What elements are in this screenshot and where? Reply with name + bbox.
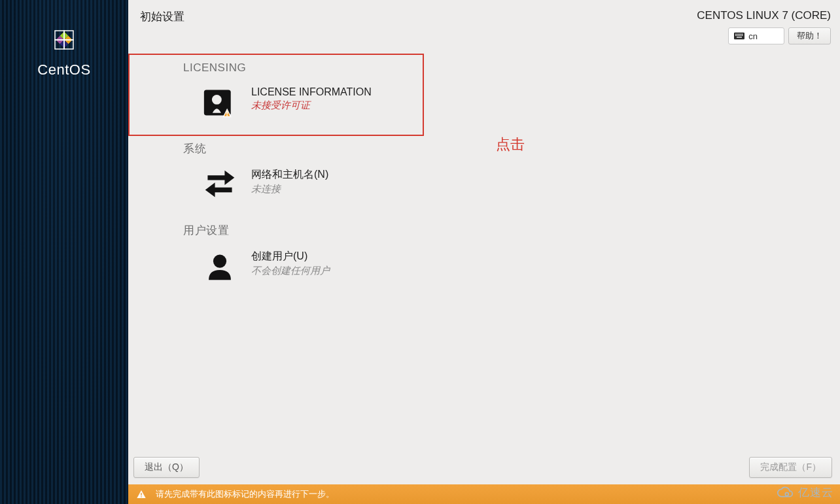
watermark: 亿速云 <box>776 485 833 500</box>
svg-rect-19 <box>741 35 741 36</box>
quit-button[interactable]: 退出（Q） <box>133 457 200 478</box>
svg-rect-17 <box>738 35 739 36</box>
spoke-network-status: 未连接 <box>251 183 328 195</box>
svg-rect-14 <box>742 34 743 35</box>
license-icon <box>200 86 239 120</box>
svg-rect-12 <box>739 34 740 35</box>
warning-icon <box>136 489 147 499</box>
warning-message: 请先完成带有此图标标记的内容再进行下一步。 <box>156 488 334 500</box>
distro-label: CENTOS LINUX 7 (CORE) <box>697 9 831 22</box>
spoke-network[interactable]: 网络和主机名(N) 未连接 <box>183 163 801 207</box>
keyboard-layout-indicator[interactable]: cn <box>728 27 784 44</box>
quit-button-label: 退出（Q） <box>145 462 188 472</box>
spoke-network-label: 网络和主机名(N) <box>251 168 328 182</box>
content-area: 点击 LICENSING <box>128 44 840 457</box>
spoke-license-status: 未接受许可证 <box>251 99 372 112</box>
section-title-licensing: LICENSING <box>183 61 801 75</box>
centos-logo-icon <box>48 24 80 56</box>
svg-rect-11 <box>738 34 739 35</box>
svg-rect-18 <box>739 35 740 36</box>
svg-rect-15 <box>735 35 736 36</box>
network-icon <box>200 168 239 202</box>
svg-rect-10 <box>737 34 737 35</box>
spoke-user-status: 不会创建任何用户 <box>251 265 330 277</box>
main-panel: 初始设置 CENTOS LINUX 7 (CORE) <box>128 0 840 504</box>
watermark-text: 亿速云 <box>798 485 833 500</box>
svg-rect-25 <box>226 115 228 116</box>
svg-rect-24 <box>226 111 228 114</box>
annotation-click-hint: 点击 <box>496 135 525 154</box>
svg-point-26 <box>213 254 226 267</box>
page-title: 初始设置 <box>140 9 184 24</box>
keyboard-layout-text: cn <box>748 31 758 41</box>
topbar: 初始设置 CENTOS LINUX 7 (CORE) <box>128 0 840 44</box>
svg-rect-9 <box>735 34 736 35</box>
svg-rect-28 <box>141 496 141 497</box>
finish-button-label: 完成配置（F） <box>760 462 821 472</box>
spoke-user[interactable]: 创建用户(U) 不会创建任何用户 <box>183 244 801 289</box>
help-button-label: 帮助！ <box>797 30 822 42</box>
section-title-system: 系统 <box>183 141 801 156</box>
sidebar: CentOS <box>0 0 128 504</box>
svg-rect-13 <box>741 34 741 35</box>
spoke-license[interactable]: LICENSE INFORMATION 未接受许可证 <box>183 81 801 126</box>
svg-point-23 <box>212 95 222 105</box>
warning-bar: 请先完成带有此图标标记的内容再进行下一步。 <box>128 484 840 504</box>
brand-text: CentOS <box>37 61 90 78</box>
svg-rect-20 <box>742 35 743 36</box>
cloud-icon <box>776 486 794 499</box>
svg-rect-16 <box>737 35 737 36</box>
svg-rect-21 <box>737 37 742 37</box>
spoke-license-label: LICENSE INFORMATION <box>251 86 372 98</box>
keyboard-icon <box>734 32 744 40</box>
svg-rect-27 <box>141 493 141 496</box>
footer-buttons: 退出（Q） 完成配置（F） <box>128 457 840 484</box>
spoke-user-label: 创建用户(U) <box>251 250 330 263</box>
user-icon <box>200 250 239 284</box>
help-button[interactable]: 帮助！ <box>788 27 831 44</box>
finish-button[interactable]: 完成配置（F） <box>749 457 832 478</box>
svg-point-29 <box>785 492 788 496</box>
section-title-user: 用户设置 <box>183 223 801 238</box>
